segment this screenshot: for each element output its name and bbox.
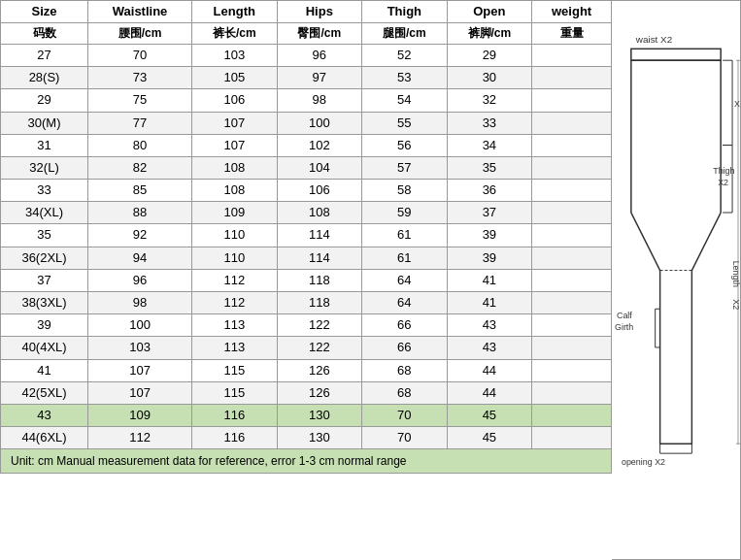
cell-waist: 94 <box>88 247 192 269</box>
cell-length: 116 <box>192 404 278 426</box>
cell-thigh: 58 <box>362 180 448 202</box>
table-row: 32(L)821081045735 <box>1 156 612 179</box>
cell-open: 41 <box>447 269 532 291</box>
cell-waist: 107 <box>88 359 192 381</box>
cell-waist: 77 <box>88 112 192 134</box>
col-open-en: Open <box>447 1 532 23</box>
cell-size: 36(2XL) <box>1 247 88 269</box>
cell-size: 28(S) <box>1 67 88 89</box>
cell-hips: 102 <box>277 134 362 156</box>
cell-hips: 114 <box>277 247 362 269</box>
cell-thigh: 64 <box>362 269 448 291</box>
cell-thigh: 68 <box>362 381 448 404</box>
cell-hips: 118 <box>277 292 362 314</box>
col-hips-cn: 臀围/cm <box>277 23 362 45</box>
cell-open: 45 <box>447 404 532 426</box>
cell-length: 106 <box>192 89 278 112</box>
cell-open: 37 <box>447 202 532 224</box>
cell-weight <box>532 89 612 112</box>
cell-open: 29 <box>447 44 532 66</box>
cell-hips: 108 <box>277 202 362 224</box>
cell-open: 35 <box>447 156 532 179</box>
cell-hips: 126 <box>277 381 362 404</box>
cell-thigh: 59 <box>362 202 448 224</box>
cell-weight <box>532 269 612 291</box>
cell-weight <box>532 247 612 269</box>
cell-thigh: 57 <box>362 156 448 179</box>
cell-hips: 97 <box>277 67 362 89</box>
cell-thigh: 61 <box>362 224 448 247</box>
cell-waist: 92 <box>88 224 192 247</box>
table-row: 411071151266844 <box>1 359 612 381</box>
cell-open: 44 <box>447 359 532 381</box>
cell-length: 110 <box>192 224 278 247</box>
table-body: 277010396522928(S)7310597533029751069854… <box>1 44 612 448</box>
col-hips-en: Hips <box>277 1 362 23</box>
cell-weight <box>532 381 612 404</box>
cell-open: 30 <box>447 67 532 89</box>
col-size-en: Size <box>1 1 88 23</box>
col-weight-cn: 重量 <box>532 23 612 45</box>
svg-rect-0 <box>631 49 721 60</box>
cell-open: 41 <box>447 292 532 314</box>
cell-thigh: 56 <box>362 134 448 156</box>
cell-open: 39 <box>447 247 532 269</box>
cell-length: 103 <box>192 44 278 66</box>
cell-waist: 98 <box>88 292 192 314</box>
cell-length: 115 <box>192 359 278 381</box>
cell-thigh: 55 <box>362 112 448 134</box>
cell-open: 39 <box>447 224 532 247</box>
cell-weight <box>532 67 612 89</box>
cell-thigh: 70 <box>362 427 448 449</box>
table-row: 35921101146139 <box>1 224 612 247</box>
cell-length: 108 <box>192 180 278 202</box>
cell-thigh: 64 <box>362 292 448 314</box>
svg-text:Thigh: Thigh <box>713 166 734 176</box>
cell-length: 113 <box>192 337 278 359</box>
cell-weight <box>532 180 612 202</box>
col-thigh-en: Thigh <box>362 1 448 23</box>
col-size-cn: 码数 <box>1 23 88 45</box>
cell-weight <box>532 359 612 381</box>
cell-hips: 96 <box>277 44 362 66</box>
cell-thigh: 54 <box>362 89 448 112</box>
cell-hips: 122 <box>277 337 362 359</box>
table-section: Size Waistline Length Hips Thigh <box>0 0 612 560</box>
table-row: 44(6XL)1121161307045 <box>1 427 612 449</box>
cell-size: 35 <box>1 224 88 247</box>
col-length-en: Length <box>192 1 278 23</box>
diagram-section: waist X2 X2 Hip Thigh X2 Length <box>612 0 741 560</box>
cell-hips: 130 <box>277 427 362 449</box>
cell-open: 45 <box>447 427 532 449</box>
cell-waist: 103 <box>88 337 192 359</box>
table-row: 37961121186441 <box>1 269 612 291</box>
cell-hips: 130 <box>277 404 362 426</box>
cell-waist: 96 <box>88 269 192 291</box>
cell-weight <box>532 134 612 156</box>
cell-waist: 70 <box>88 44 192 66</box>
cell-hips: 126 <box>277 359 362 381</box>
table-row: 2770103965229 <box>1 44 612 66</box>
cell-open: 36 <box>447 180 532 202</box>
table-row: 34(XL)881091085937 <box>1 202 612 224</box>
svg-text:waist X2: waist X2 <box>635 34 673 45</box>
cell-waist: 88 <box>88 202 192 224</box>
cell-weight <box>532 292 612 314</box>
svg-text:opening X2: opening X2 <box>622 457 665 467</box>
cell-weight <box>532 404 612 426</box>
table-row: 30(M)771071005533 <box>1 112 612 134</box>
diagram-inner: waist X2 X2 Hip Thigh X2 Length <box>612 1 740 559</box>
cell-thigh: 66 <box>362 314 448 337</box>
cell-thigh: 68 <box>362 359 448 381</box>
table-row: 38(3XL)981121186441 <box>1 292 612 314</box>
table-row: 36(2XL)941101146139 <box>1 247 612 269</box>
cell-waist: 82 <box>88 156 192 179</box>
main-container: Size Waistline Length Hips Thigh <box>0 0 741 560</box>
cell-size: 41 <box>1 359 88 381</box>
cell-weight <box>532 202 612 224</box>
table-row: 31801071025634 <box>1 134 612 156</box>
cell-length: 115 <box>192 381 278 404</box>
cell-hips: 104 <box>277 156 362 179</box>
cell-waist: 100 <box>88 314 192 337</box>
cell-length: 107 <box>192 134 278 156</box>
